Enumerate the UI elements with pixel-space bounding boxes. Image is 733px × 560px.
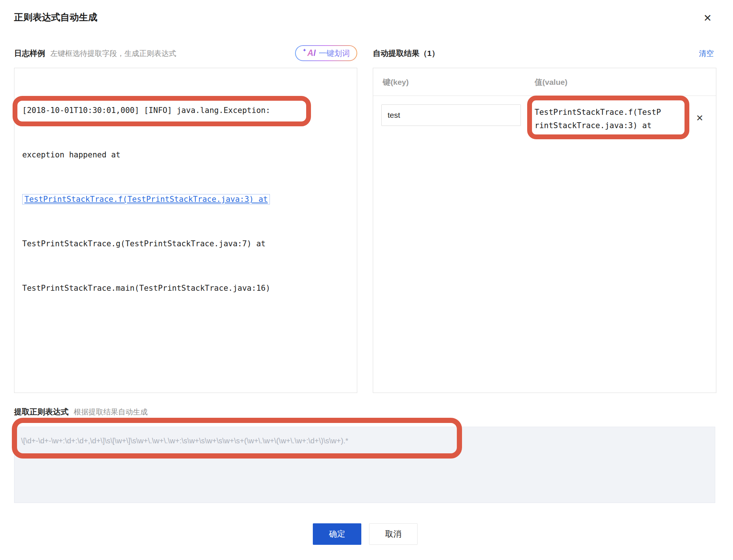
- log-line: [2018-10-01T10:30:01,000] [INFO] java.la…: [22, 103, 357, 118]
- extraction-results-panel: 键(key) 值(value) TestPrintStackTrace.f(Te…: [373, 68, 716, 393]
- close-icon[interactable]: ✕: [703, 13, 712, 23]
- ai-one-click-select-button[interactable]: ✦ AI 一键划词: [295, 45, 357, 61]
- remove-row-icon[interactable]: ✕: [696, 113, 703, 123]
- result-row: TestPrintStackTrace.f(TestPrintStackTrac…: [373, 96, 716, 155]
- key-column-header: 键(key): [383, 77, 409, 87]
- log-line: TestPrintStackTrace.main(TestPrintStackT…: [22, 281, 357, 296]
- log-sample-hint: 左键框选待提取字段，生成正则表达式: [50, 49, 176, 59]
- selected-field-link[interactable]: TestPrintStackTrace.f(TestPrintStackTrac…: [22, 194, 270, 204]
- regex-section-header: 提取正则表达式 根据提取结果自动生成: [14, 407, 148, 417]
- clear-results-link[interactable]: 清空: [699, 49, 714, 59]
- results-title: 自动提取结果（1）: [373, 48, 439, 59]
- log-line-selected: TestPrintStackTrace.f(TestPrintStackTrac…: [22, 192, 357, 207]
- regex-hint: 根据提取结果自动生成: [74, 407, 148, 417]
- regex-label: 提取正则表达式: [14, 407, 68, 417]
- value-cell: TestPrintStackTrace.f(TestPrintStackTrac…: [535, 106, 664, 132]
- sparkle-icon: ✦: [302, 47, 307, 53]
- results-table-header: 键(key) 值(value): [373, 68, 716, 96]
- key-input[interactable]: [381, 104, 521, 126]
- confirm-button[interactable]: 确定: [313, 523, 361, 545]
- value-column-header: 值(value): [535, 77, 568, 87]
- log-sample-header: 日志样例 左键框选待提取字段，生成正则表达式: [14, 48, 176, 59]
- ai-button-inner: ✦ AI 一键划词: [296, 46, 357, 60]
- log-line: exception happened at: [22, 147, 357, 162]
- log-sample-label: 日志样例: [14, 48, 45, 59]
- ai-wordmark: AI: [307, 48, 316, 58]
- cancel-button[interactable]: 取消: [369, 523, 418, 545]
- log-sample-panel[interactable]: [2018-10-01T10:30:01,000] [INFO] java.la…: [14, 68, 357, 393]
- dialog-title: 正则表达式自动生成: [14, 11, 97, 23]
- ai-button-label: 一键划词: [319, 48, 350, 59]
- log-line: TestPrintStackTrace.g(TestPrintStackTrac…: [22, 236, 357, 251]
- regex-generator-dialog: 正则表达式自动生成 ✕ 日志样例 左键框选待提取字段，生成正则表达式 ✦ AI …: [0, 0, 733, 560]
- regex-textarea[interactable]: \[\d+-\d+-\w+:\d+:\d+,\d+\]\s\[\w+\]\s\w…: [14, 427, 715, 503]
- log-content: [2018-10-01T10:30:01,000] [INFO] java.la…: [14, 68, 357, 325]
